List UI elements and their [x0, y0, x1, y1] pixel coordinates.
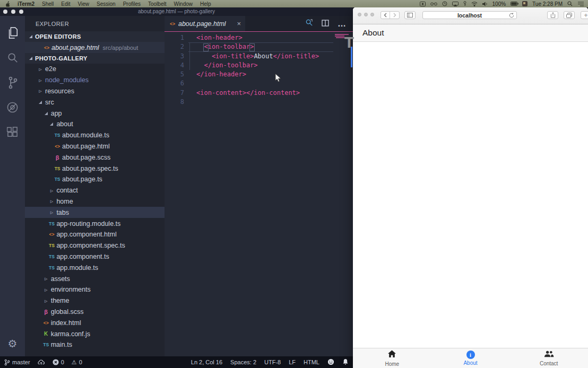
tree-folder-environments[interactable]: ▹environments — [25, 284, 165, 295]
more-actions-icon[interactable]: … — [338, 19, 347, 29]
activity-bar: ⚙ — [0, 16, 25, 356]
address-bar[interactable]: localhost — [422, 11, 517, 19]
chevron-right-icon: ▹ — [48, 187, 55, 194]
tree-folder-assets[interactable]: ▹assets — [25, 273, 165, 284]
tree-file-about-page-scss[interactable]: βabout.page.scss — [25, 152, 165, 163]
tree-folder-resources[interactable]: ▹resources — [25, 86, 165, 97]
tree-file-app-component-spec-ts[interactable]: TSapp.component.spec.ts — [25, 240, 165, 251]
menu-item-profiles[interactable]: Profiles — [123, 1, 141, 7]
line-text: <ion-content></ion-content> — [184, 89, 300, 97]
open-preview-icon[interactable] — [305, 19, 313, 29]
tree-folder-home[interactable]: ▹home — [25, 196, 165, 207]
tab-home[interactable]: Home — [353, 348, 431, 368]
reload-icon[interactable] — [509, 13, 514, 19]
git-branch-icon[interactable] — [0, 70, 25, 95]
encoding[interactable]: UTF-8 — [264, 359, 281, 365]
tree-file-global-scss[interactable]: βglobal.scss — [25, 306, 165, 318]
split-editor-icon[interactable] — [322, 19, 329, 29]
tree-folder-theme[interactable]: ▹theme — [25, 295, 165, 306]
code-line-7[interactable]: 7<ion-content></ion-content> — [165, 89, 353, 98]
tree-item-label: about — [56, 120, 73, 128]
sidebar-toggle-button[interactable] — [404, 11, 416, 19]
files-icon[interactable] — [0, 20, 25, 45]
tab-about[interactable]: iAbout — [431, 348, 510, 368]
volume-icon[interactable] — [482, 2, 488, 6]
gear-icon[interactable]: ⚙ — [0, 335, 25, 352]
line-number: 2 — [165, 42, 184, 51]
menu-item-window[interactable]: Window — [174, 1, 193, 7]
menu-item-toolbelt[interactable]: Toolbelt — [148, 1, 166, 7]
code-line-3[interactable]: 3 <ion-title>About</ion-title> — [165, 52, 353, 61]
apple-icon[interactable] — [5, 1, 10, 7]
editor-tab-about-page-html[interactable]: <> about.page.html × — [165, 16, 245, 31]
cursor-position[interactable]: Ln 2, Col 16 — [191, 359, 222, 365]
forward-button[interactable] — [390, 12, 399, 19]
git-branch-status[interactable]: master — [4, 359, 30, 366]
close-icon[interactable]: × — [237, 20, 241, 28]
screen-recording-icon[interactable] — [420, 2, 426, 6]
menu-item-iterm2[interactable]: iTerm2 — [18, 1, 34, 7]
tree-file-main-ts[interactable]: TSmain.ts — [25, 339, 165, 351]
code-line-5[interactable]: 5</ion-header> — [165, 70, 353, 79]
input-source-icon[interactable] — [522, 1, 528, 6]
debug-icon[interactable] — [0, 95, 25, 120]
code-line-4[interactable]: 4 </ion-toolbar> — [165, 61, 353, 70]
warnings-status[interactable]: ⚠ 0 — [72, 359, 82, 366]
eol-sequence[interactable]: LF — [289, 359, 296, 365]
code-area[interactable]: 1<ion-header>2 <ion-toolbar>3 <ion-title… — [165, 32, 353, 356]
notifications-bell-icon[interactable] — [342, 358, 349, 366]
errors-status[interactable]: 0 — [53, 359, 64, 365]
tree-file-karma-conf-js[interactable]: Kkarma.conf.js — [25, 328, 165, 339]
feedback-smiley-icon[interactable] — [327, 358, 334, 366]
window-controls[interactable] — [358, 13, 374, 16]
tree-file-app-module-ts[interactable]: TSapp.module.ts — [25, 262, 165, 273]
battery-icon[interactable] — [511, 2, 518, 6]
tree-folder-node-modules[interactable]: ▹node_modules — [25, 75, 165, 86]
tree-file-about-page-spec-ts[interactable]: TSabout.page.spec.ts — [25, 163, 165, 174]
menu-item-edit[interactable]: Edit — [61, 1, 70, 7]
chevron-expanded-icon — [29, 35, 32, 38]
tree-file-about-page-html[interactable]: <>about.page.html — [25, 141, 165, 152]
menu-item-help[interactable]: Help — [200, 1, 211, 7]
tab-contact[interactable]: Contact — [509, 348, 588, 368]
spotlight-icon[interactable] — [567, 1, 573, 6]
key-icon[interactable] — [463, 1, 466, 6]
tab-overview-button[interactable] — [564, 11, 575, 19]
project-header[interactable]: PHOTO-GALLERY — [25, 53, 165, 64]
code-line-6[interactable]: 6 — [165, 79, 353, 88]
open-editors-header[interactable]: OPEN EDITORS — [25, 31, 165, 42]
tree-file-app-component-html[interactable]: <>app.component.html — [25, 229, 165, 240]
glasses-icon[interactable] — [430, 2, 437, 6]
notification-list-icon[interactable] — [578, 2, 584, 6]
menu-clock[interactable]: Tue 2:28 PM — [532, 1, 563, 7]
wifi-icon[interactable] — [471, 2, 478, 6]
menu-item-shell[interactable]: Shell — [42, 1, 54, 7]
search-icon[interactable] — [0, 45, 25, 70]
tree-folder-src[interactable]: src — [25, 97, 165, 108]
tree-folder-tabs[interactable]: ▹tabs — [25, 207, 165, 218]
code-line-1[interactable]: 1<ion-header> — [165, 33, 353, 42]
indentation[interactable]: Spaces: 2 — [230, 359, 256, 365]
tree-file-app-routing-module-ts[interactable]: TSapp-routing.module.ts — [25, 218, 165, 229]
tree-file-about-page-ts[interactable]: TSabout.page.ts — [25, 174, 165, 185]
tree-file-index-html[interactable]: <>index.html — [25, 317, 165, 328]
back-button[interactable] — [381, 12, 390, 19]
new-tab-button[interactable]: + — [581, 11, 588, 19]
extensions-icon[interactable] — [0, 120, 25, 145]
menu-item-session[interactable]: Session — [97, 1, 116, 7]
menu-item-view[interactable]: View — [78, 1, 90, 7]
clock-icon[interactable] — [442, 1, 447, 6]
code-line-8[interactable]: 8 — [165, 98, 353, 107]
share-button[interactable] — [547, 11, 558, 19]
vscode-titlebar[interactable]: about.page.html — photo-gallery — [0, 7, 353, 16]
tree-folder-app[interactable]: app — [25, 108, 165, 119]
tree-file-about-module-ts[interactable]: TSabout.module.ts — [25, 130, 165, 141]
tree-folder-contact[interactable]: ▹contact — [25, 185, 165, 196]
tree-folder-about[interactable]: about — [25, 119, 165, 130]
airplay-icon[interactable] — [452, 2, 459, 6]
open-editor-item[interactable]: <> about.page.html src/app/about — [25, 42, 165, 53]
language-mode[interactable]: HTML — [304, 359, 319, 365]
sync-icon[interactable] — [38, 359, 45, 365]
tree-file-app-component-ts[interactable]: TSapp.component.ts — [25, 251, 165, 262]
tree-folder-e2e[interactable]: ▹e2e — [25, 64, 165, 75]
